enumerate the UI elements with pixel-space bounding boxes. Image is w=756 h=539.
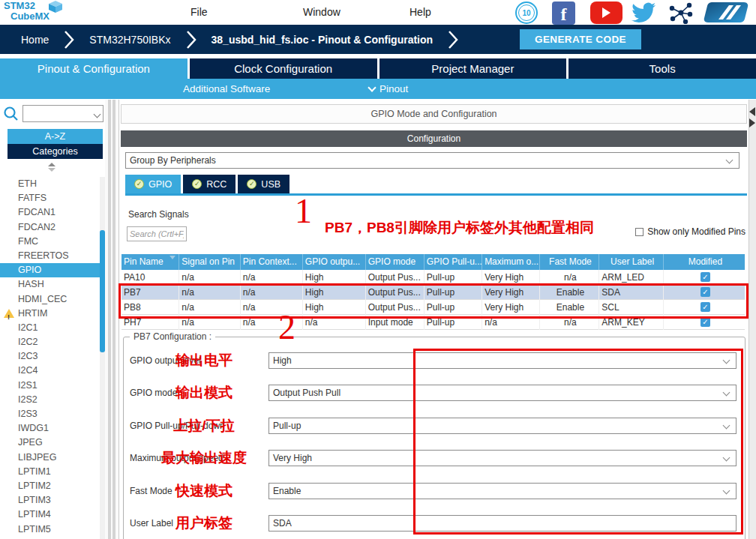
sidebar-peripheral-item[interactable]: IWDG1 xyxy=(0,421,100,436)
sidebar-scrollbar[interactable] xyxy=(100,177,105,539)
col-signal-on-pin[interactable]: Signal on Pin xyxy=(179,254,240,270)
peripheral-label: FMC xyxy=(18,236,38,247)
peripheral-label: LPTIM1 xyxy=(18,466,51,477)
cell-gpio-output: High xyxy=(303,285,366,300)
table-row[interactable]: PA10 n/a n/a High Output Pus... Pull-up … xyxy=(122,270,745,285)
sidebar-peripheral-item[interactable]: I2C3 xyxy=(0,349,100,364)
scrollbar-thumb[interactable] xyxy=(100,230,105,352)
additional-software-link[interactable]: Additional Software xyxy=(183,79,270,99)
cell-user-label: ARM_KEY xyxy=(599,315,664,330)
breadcrumb-mcu[interactable]: STM32H750IBKx xyxy=(89,34,170,46)
sidebar-peripheral-item[interactable]: FREERTOS xyxy=(0,249,100,263)
col-gpio-mode[interactable]: GPIO mode xyxy=(366,254,424,270)
sidebar-peripheral-item[interactable]: LPTIM1 xyxy=(0,465,100,479)
peripheral-tab[interactable]: ✓ GPIO xyxy=(125,175,181,193)
peripheral-label: FREERTOS xyxy=(18,250,69,261)
modified-checkbox[interactable]: ✓ xyxy=(700,317,710,327)
group-by-value: Group By Peripherals xyxy=(130,155,216,166)
sidebar-peripheral-item[interactable]: I2C2 xyxy=(0,335,100,349)
breadcrumb-current-file: 38_usbd_hid_fs.ioc - Pinout & Configurat… xyxy=(212,34,434,46)
breadcrumb: Home STM32H750IBKx 38_usbd_hid_fs.ioc - … xyxy=(0,25,756,54)
config-value-dropdown[interactable]: Pull-up xyxy=(268,418,736,434)
sidebar-peripheral-item[interactable]: HRTIM xyxy=(0,307,100,321)
col-gpio-pull[interactable]: GPIO Pull-u... xyxy=(424,254,482,270)
menu-file[interactable]: File xyxy=(190,0,208,25)
cell-maximum-output: Very High xyxy=(482,300,539,315)
collapse-left-icon[interactable] xyxy=(749,107,755,116)
categories-button[interactable]: Categories xyxy=(8,144,103,159)
youtube-icon[interactable] xyxy=(590,1,622,24)
breadcrumb-chevron-icon xyxy=(64,30,74,49)
pinout-dropdown[interactable]: Pinout xyxy=(369,79,408,99)
tab-tools[interactable]: Tools xyxy=(568,58,756,79)
config-value-dropdown[interactable]: Enable xyxy=(268,483,736,499)
sidebar-peripheral-item[interactable]: ETH xyxy=(0,177,100,191)
sidebar-peripheral-item[interactable]: FDCAN1 xyxy=(0,205,100,220)
st-logo-icon[interactable] xyxy=(702,1,750,24)
sidebar-peripheral-item[interactable]: LPTIM4 xyxy=(0,508,100,522)
menu-window[interactable]: Window xyxy=(303,0,340,25)
col-fast-mode[interactable]: Fast Mode xyxy=(540,254,600,270)
sidebar-peripheral-item[interactable]: LPTIM3 xyxy=(0,493,100,508)
sidebar-peripheral-item[interactable]: LPTIM2 xyxy=(0,479,100,493)
sidebar-peripheral-item[interactable]: LIBJPEG xyxy=(0,451,100,465)
sidebar-search-input[interactable] xyxy=(22,105,104,122)
sidebar-peripheral-item[interactable]: I2S2 xyxy=(0,393,100,407)
cell-gpio-pull: Pull-up xyxy=(424,300,482,315)
config-field-label: GPIO output level xyxy=(130,355,268,366)
modified-checkbox[interactable]: ✓ xyxy=(700,302,710,312)
facebook-icon[interactable]: f xyxy=(552,1,575,25)
panel-divider[interactable] xyxy=(105,100,118,539)
tab-project-manager[interactable]: Project Manager xyxy=(380,58,567,79)
modified-checkbox[interactable]: ✓ xyxy=(700,287,710,297)
config-value-dropdown[interactable]: Output Push Pull xyxy=(268,385,736,401)
menu-help[interactable]: Help xyxy=(410,0,431,25)
col-gpio-output[interactable]: GPIO outpu... xyxy=(303,254,366,270)
sidebar-peripheral-item[interactable]: GPIO xyxy=(0,263,100,277)
table-row[interactable]: PH7 n/a n/a n/a Input mode Pull-up n/a n… xyxy=(122,315,745,330)
table-row[interactable]: PB7 n/a n/a High Output Pus... Pull-up V… xyxy=(122,285,745,300)
col-user-label[interactable]: User Label xyxy=(599,254,664,270)
config-value-dropdown[interactable]: High xyxy=(268,352,736,369)
ten-years-badge-icon[interactable]: 10 xyxy=(515,1,538,24)
search-signals-input[interactable] xyxy=(127,226,187,241)
twitter-icon[interactable] xyxy=(630,2,657,23)
show-only-modified-checkbox[interactable]: Show only Modified Pins xyxy=(635,226,746,237)
table-row[interactable]: PB8 n/a n/a High Output Pus... Pull-up V… xyxy=(122,300,745,315)
sidebar-peripheral-item[interactable]: I2C1 xyxy=(0,321,100,335)
config-value-dropdown[interactable]: Very High xyxy=(268,450,736,466)
sidebar-peripheral-item[interactable]: FDCAN2 xyxy=(0,220,100,235)
collapse-right-icon[interactable] xyxy=(749,118,755,127)
sidebar-peripheral-item[interactable]: HASH xyxy=(0,277,100,292)
sidebar-peripheral-item[interactable]: I2S1 xyxy=(0,379,100,393)
col-pin-context[interactable]: Pin Context... xyxy=(241,254,303,270)
sidebar-peripheral-item[interactable]: I2S3 xyxy=(0,407,100,421)
col-pin-name[interactable]: Pin Name xyxy=(122,254,179,270)
peripheral-label: I2C1 xyxy=(18,322,38,333)
col-modified[interactable]: Modified xyxy=(664,254,745,270)
generate-code-button[interactable]: GENERATE CODE xyxy=(520,29,641,49)
sidebar-peripheral-item[interactable]: FMC xyxy=(0,235,100,249)
sidebar-peripheral-item[interactable]: LPTIM5 xyxy=(0,523,100,537)
right-scrollbar-gutter[interactable] xyxy=(748,100,756,539)
peripheral-tab[interactable]: ✓ RCC xyxy=(183,175,236,193)
breadcrumb-home[interactable]: Home xyxy=(21,34,49,46)
mode-config-header[interactable]: GPIO Mode and Configuration xyxy=(121,104,747,124)
sidebar-peripheral-item[interactable]: FATFS xyxy=(0,191,100,205)
list-resize-handle[interactable] xyxy=(48,163,56,172)
sidebar-peripheral-item[interactable]: JPEG xyxy=(0,436,100,450)
peripheral-label: HRTIM xyxy=(18,308,47,319)
peripheral-tab[interactable]: ✓ USB xyxy=(238,175,290,193)
modified-checkbox[interactable]: ✓ xyxy=(700,272,710,282)
tab-clock-configuration[interactable]: Clock Configuration xyxy=(190,58,377,79)
configuration-section-header: Configuration xyxy=(121,130,747,147)
sidebar-peripheral-item[interactable]: HDMI_CEC xyxy=(0,292,100,307)
sort-az-button[interactable]: A->Z xyxy=(8,129,103,144)
group-by-dropdown[interactable]: Group By Peripherals xyxy=(125,152,740,169)
tab-pinout-configuration[interactable]: Pinout & Configuration xyxy=(0,58,188,79)
share-network-icon[interactable] xyxy=(669,1,693,24)
sidebar-peripheral-item[interactable]: I2C4 xyxy=(0,364,100,378)
col-maximum-output[interactable]: Maximum o... xyxy=(482,254,539,270)
config-value-dropdown[interactable]: SDA xyxy=(268,515,736,532)
checkbox-icon[interactable] xyxy=(635,228,644,236)
